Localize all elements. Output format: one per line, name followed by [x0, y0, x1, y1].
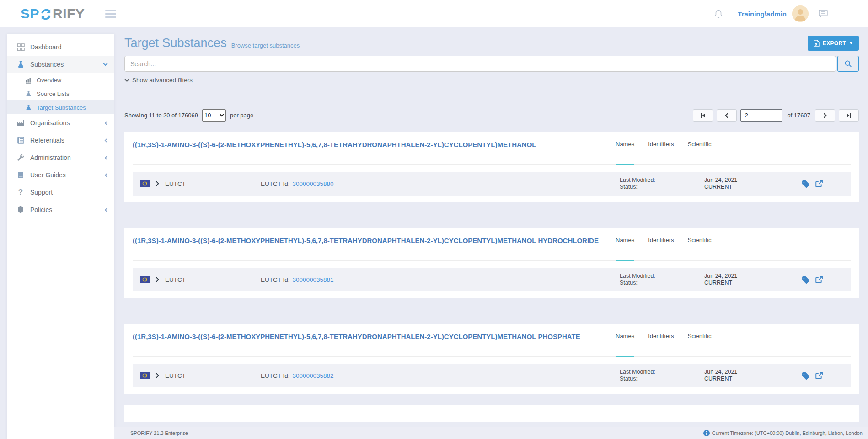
search-input[interactable]	[124, 56, 836, 72]
sidebar-label: Referentials	[30, 137, 104, 144]
flask-icon	[24, 104, 32, 111]
tab-names[interactable]: Names	[616, 236, 634, 261]
substance-card-header: ((1R,3S)-1-AMINO-3-((S)-6-(2-METHOXYPHEN…	[133, 332, 851, 357]
last-modified-value: Jun 24, 2021	[704, 273, 777, 280]
substance-name[interactable]: ((1R,3S)-1-AMINO-3-((S)-6-(2-METHOXYPHEN…	[133, 332, 616, 356]
source-group: EUTCT	[140, 372, 254, 379]
external-link-icon[interactable]	[815, 180, 823, 188]
tag-icon[interactable]	[802, 372, 810, 380]
sidebar-item-organisations[interactable]: Organisations	[7, 114, 114, 132]
eutct-id-group: EUTCT Id: 300000035880	[254, 180, 620, 187]
substance-card-header: ((1R,3S)-1-AMINO-3-((S)-6-(2-METHOXYPHEN…	[133, 140, 851, 165]
last-page-button[interactable]	[839, 109, 859, 122]
substance-card-header: ((1R,3S)-1-AMINO-3-((S)-6-(2-METHOXYPHEN…	[133, 236, 851, 261]
last-modified-label: Last Modified:	[620, 273, 704, 280]
page-title: Target Substances	[124, 36, 227, 50]
grid-icon	[16, 43, 25, 51]
eu-flag-icon	[140, 180, 150, 187]
eutct-id-link[interactable]: 300000035881	[293, 276, 334, 283]
tab-scientific[interactable]: Scientific	[688, 236, 712, 260]
flask-icon	[24, 90, 32, 97]
tag-icon[interactable]	[802, 276, 810, 284]
tab-identifiers[interactable]: Identifiers	[648, 140, 674, 164]
expand-chevron-icon[interactable]	[155, 373, 159, 378]
source-row: EUTCT EUTCT Id: 300000035881 Last Modifi…	[133, 268, 851, 291]
status-value: CURRENT	[704, 376, 777, 382]
sidebar-item-target-substances[interactable]: Target Substances	[7, 100, 114, 114]
show-advanced-filters-toggle[interactable]: Show advanced filters	[124, 77, 193, 84]
sidebar: Dashboard Substances Overview	[7, 34, 114, 439]
search-button[interactable]	[837, 56, 859, 72]
sporify-logo[interactable]: SP RIFY	[21, 6, 85, 21]
eutct-id-link[interactable]: 300000035882	[293, 372, 334, 379]
main-content: Target Substances Browse target substanc…	[114, 27, 868, 427]
eutct-id-group: EUTCT Id: 300000035882	[254, 372, 620, 379]
header-right-group: Training\admin	[714, 5, 868, 22]
eutct-id-group: EUTCT Id: 300000035881	[254, 276, 620, 283]
per-page-select[interactable]: 10	[202, 109, 226, 122]
source-name: EUTCT	[165, 372, 186, 379]
substance-meta: Last Modified: Status: Jun 24, 2021 CURR…	[620, 273, 843, 286]
bar-chart-icon	[24, 77, 32, 84]
sidebar-label: Support	[30, 189, 108, 196]
advanced-filters-label: Show advanced filters	[132, 77, 193, 84]
last-modified-value: Jun 24, 2021	[704, 369, 777, 376]
tab-names[interactable]: Names	[616, 332, 634, 357]
previous-page-button[interactable]	[717, 109, 737, 122]
per-page-label: per page	[230, 112, 253, 119]
sidebar-label: Dashboard	[30, 43, 108, 51]
chat-icon[interactable]	[819, 10, 828, 18]
substance-tabs: Names Identifiers Scientific	[616, 236, 851, 260]
substance-meta: Last Modified: Status: Jun 24, 2021 CURR…	[620, 177, 843, 190]
tab-identifiers[interactable]: Identifiers	[648, 236, 674, 260]
tab-scientific[interactable]: Scientific	[688, 140, 712, 164]
tag-icon[interactable]	[802, 180, 810, 188]
sidebar-label: Source Lists	[37, 90, 70, 97]
tab-identifiers[interactable]: Identifiers	[648, 332, 674, 356]
username[interactable]: Training\admin	[738, 10, 787, 18]
tab-scientific[interactable]: Scientific	[688, 332, 712, 356]
sidebar-item-user-guides[interactable]: User Guides	[7, 166, 114, 184]
eutct-id-label: EUTCT Id:	[261, 180, 290, 187]
expand-chevron-icon[interactable]	[155, 181, 159, 186]
eutct-id-label: EUTCT Id:	[261, 276, 290, 283]
sidebar-item-support[interactable]: ? Support	[7, 184, 114, 201]
hamburger-menu-icon[interactable]	[105, 10, 116, 18]
sidebar-item-administration[interactable]: Administration	[7, 149, 114, 166]
source-group: EUTCT	[140, 276, 254, 283]
external-link-icon[interactable]	[815, 275, 823, 284]
tab-names[interactable]: Names	[616, 140, 634, 165]
notifications-bell-icon[interactable]	[714, 9, 723, 19]
sidebar-item-dashboard[interactable]: Dashboard	[7, 38, 114, 56]
eu-flag-icon	[140, 372, 150, 379]
external-link-icon[interactable]	[815, 371, 823, 380]
total-pages-label: of 17607	[787, 112, 810, 119]
status-value: CURRENT	[704, 280, 777, 286]
chevron-left-icon	[104, 173, 108, 178]
factory-icon	[16, 120, 25, 127]
sidebar-label: User Guides	[30, 171, 104, 179]
substance-name[interactable]: ((1R,3S)-1-AMINO-3-((S)-6-(2-METHOXYPHEN…	[133, 236, 616, 260]
chevron-left-icon	[104, 121, 108, 126]
wrench-icon	[16, 154, 25, 161]
sidebar-item-policies[interactable]: Policies	[7, 201, 114, 218]
eu-flag-icon	[140, 276, 150, 283]
sidebar-item-overview[interactable]: Overview	[7, 73, 114, 87]
chevron-left-icon	[104, 138, 108, 143]
next-page-button[interactable]	[815, 109, 835, 122]
question-mark-icon: ?	[16, 188, 25, 197]
page-number-input[interactable]	[740, 109, 782, 122]
shield-icon	[16, 206, 25, 213]
sidebar-item-substances[interactable]: Substances	[7, 56, 114, 73]
avatar[interactable]	[792, 5, 809, 22]
next-substance-card-partial	[124, 405, 859, 422]
export-button[interactable]: EXPORT	[808, 36, 859, 51]
sidebar-item-source-lists[interactable]: Source Lists	[7, 87, 114, 100]
first-page-button[interactable]	[693, 109, 713, 122]
expand-chevron-icon[interactable]	[155, 277, 159, 282]
sidebar-item-referentials[interactable]: Referentials	[7, 132, 114, 149]
substance-name[interactable]: ((1R,3S)-1-AMINO-3-((S)-6-(2-METHOXYPHEN…	[133, 140, 616, 164]
eutct-id-link[interactable]: 300000035880	[293, 180, 334, 187]
logo-text-rify: RIFY	[53, 6, 85, 21]
eutct-id-label: EUTCT Id:	[261, 372, 290, 379]
